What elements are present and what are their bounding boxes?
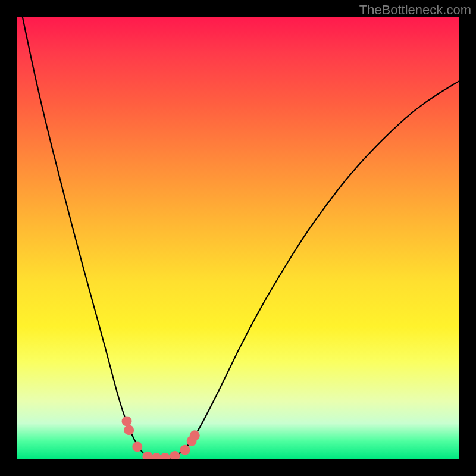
curve-marker — [190, 430, 200, 440]
bottleneck-curve — [23, 17, 459, 459]
curve-marker — [142, 452, 152, 459]
attribution-text: TheBottleneck.com — [359, 2, 471, 18]
curve-marker — [170, 451, 180, 459]
chart-frame: TheBottleneck.com — [0, 0, 476, 476]
curve-marker — [180, 445, 190, 455]
chart-svg-layer — [17, 17, 459, 459]
curve-marker — [132, 441, 142, 452]
curve-marker — [124, 425, 134, 435]
curve-marker — [151, 453, 161, 459]
curve-marker — [160, 453, 170, 459]
curve-marker — [122, 416, 132, 426]
